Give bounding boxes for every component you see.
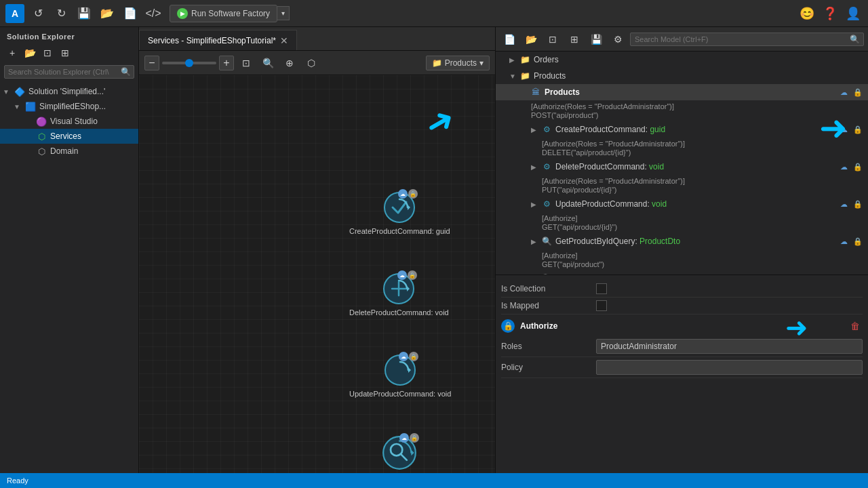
update-cloud-btn[interactable]: ☁ (837, 198, 850, 210)
right-tool-5[interactable]: 💾 (587, 30, 606, 49)
is-collection-checkbox[interactable] (596, 283, 607, 294)
model-item-products-folder[interactable]: ▼ 📁 Products (496, 68, 868, 84)
sidebar-add-button[interactable]: + (4, 45, 20, 61)
policy-row: Policy (501, 357, 863, 378)
sidebar-item-services[interactable]: ⬡ Services (0, 129, 138, 144)
update-lock-badge: 🔒 (409, 352, 418, 361)
is-mapped-checkbox[interactable] (596, 300, 607, 311)
create-lock-btn[interactable]: 🔒 (852, 123, 864, 136)
run-button[interactable]: ▶ Run Software Factory (170, 5, 277, 22)
roles-label: Roles (501, 342, 596, 351)
right-search-input[interactable] (631, 33, 846, 45)
model-item-create[interactable]: ▶ ⚙ CreateProductCommand: guid ☁ 🔒 (496, 121, 868, 138)
cyan-arrow-top: ➜ (418, 98, 462, 146)
getall-sub-get: GET("api/product") (542, 260, 604, 268)
save-button[interactable]: 💾 (75, 4, 94, 23)
products-class-actions: ☁ 🔒 (837, 86, 864, 98)
right-tool-3[interactable]: ⊡ (543, 30, 562, 49)
connect-button[interactable]: ⬡ (302, 54, 321, 73)
sidebar-search-box[interactable]: 🔍 (4, 65, 134, 79)
model-item-delete[interactable]: ▶ ⚙ DeleteProductCommand: void ☁ 🔒 (496, 159, 868, 175)
right-toolbar: 📄 📂 ⊡ ⊞ 💾 ⚙ 🔍 (496, 27, 868, 52)
zoom-in-button[interactable]: + (219, 56, 234, 70)
products-dropdown-arrow: ▾ (479, 58, 484, 68)
services-tab[interactable]: Services - SimplifiedEShopTutorial* ✕ (139, 30, 297, 50)
sidebar-open-button[interactable]: 📂 (22, 45, 38, 61)
sidebar-item-project[interactable]: ▼ 🟦 SimplifiedEShop... (0, 99, 138, 114)
account-button[interactable]: 👤 (844, 4, 863, 23)
update-lock-btn[interactable]: 🔒 (852, 198, 864, 210)
sidebar-search-input[interactable] (5, 66, 118, 78)
products-cloud-btn[interactable]: ☁ (837, 86, 850, 98)
code-view-button[interactable]: </> (144, 4, 163, 23)
zoom-fit-button[interactable]: ⊡ (237, 54, 256, 73)
tab-close-button[interactable]: ✕ (280, 35, 288, 46)
right-search-icon: 🔍 (846, 33, 863, 45)
update-icon: ⚙ (540, 198, 553, 210)
authorize-delete-button[interactable]: 🗑 (848, 319, 863, 333)
node-update[interactable]: ☁ 🔒 UpdateProductCommand: void (349, 353, 451, 398)
create-label-tree: CreateProductCommand: guid (555, 125, 665, 134)
update-label: UpdateProductCommand: void (349, 390, 451, 398)
model-item-update[interactable]: ▶ ⚙ UpdateProductCommand: void ☁ 🔒 (496, 196, 868, 212)
getbyid-sub-authorize: [Authorize] (542, 214, 578, 222)
right-tool-1[interactable]: 📄 (500, 30, 519, 49)
properties-panel: Is Collection Is Mapped ➜ 🔒 Authorize 🗑 … (496, 275, 868, 488)
create-cloud-btn[interactable]: ☁ (837, 123, 850, 136)
zoom-out-button[interactable]: − (144, 56, 159, 70)
delete-sub-delete: DELETE("api/product/{id}") (542, 148, 631, 157)
is-collection-row: Is Collection (501, 281, 863, 298)
delete-lock-btn2[interactable]: 🔒 (852, 161, 864, 173)
getbyid-label-tree: GetProductByIdQuery: ProductDto (555, 237, 680, 246)
model-item-products-class[interactable]: 🏛 Products ☁ 🔒 (496, 84, 868, 100)
getbyid-lock-btn[interactable]: 🔒 (852, 235, 864, 247)
help-button[interactable]: ❓ (821, 4, 840, 23)
delete-label-tree: DeleteProductCommand: void (555, 162, 664, 171)
redo-button[interactable]: ↻ (52, 4, 71, 23)
right-tool-6[interactable]: ⚙ (608, 30, 627, 49)
undo-button[interactable]: ↺ (28, 4, 47, 23)
getbyid-sub-get: GET("api/product/{id}") (542, 223, 617, 231)
policy-input[interactable] (596, 360, 863, 375)
zoom-all-button[interactable]: 🔍 (258, 54, 277, 73)
open-button[interactable]: 📂 (98, 4, 117, 23)
update-arrow: ▶ (531, 201, 540, 208)
model-item-orders[interactable]: ▶ 📁 Orders (496, 52, 868, 68)
roles-input[interactable] (596, 339, 863, 354)
node-create[interactable]: ☁ 🔒 CreateProductCommand: guid (349, 190, 450, 235)
node-delete[interactable]: ☁ 🔒 DeleteProductCommand: void (349, 272, 449, 317)
run-dropdown-button[interactable]: ▾ (277, 6, 290, 20)
sidebar-item-domain[interactable]: ⬡ Domain (0, 144, 138, 159)
tab-label: Services - SimplifiedEShopTutorial* (148, 36, 276, 45)
policy-label: Policy (501, 363, 596, 372)
diagram-canvas[interactable]: ➜ (139, 75, 495, 488)
getbyid-cloud-btn[interactable]: ☁ (837, 235, 850, 247)
sidebar-item-solution[interactable]: ▼ 🔷 Solution 'Simplified...' (0, 84, 138, 99)
project-label: SimplifiedEShop... (39, 102, 106, 111)
sidebar-toolbar: + 📂 ⊡ ⊞ (0, 43, 138, 62)
getbyid-node-icon: ☁ 🔒 (381, 434, 418, 471)
update-cloud-badge: ☁ (399, 352, 408, 361)
right-tool-4[interactable]: ⊞ (565, 30, 584, 49)
delete-cloud-btn2[interactable]: ☁ (837, 161, 850, 173)
sidebar-search-icon-button[interactable]: 🔍 (118, 66, 134, 78)
model-item-getbyid[interactable]: ▶ 🔍 GetProductByIdQuery: ProductDto ☁ 🔒 (496, 233, 868, 249)
emoji-button[interactable]: 😊 (797, 4, 816, 23)
sidebar-item-vs[interactable]: 🟣 Visual Studio (0, 114, 138, 129)
model-item-getall[interactable]: ▶ 🔍 GetProductsQuery: ProductDto[*] ☁ 🔒 (496, 270, 868, 275)
sidebar-fullscreen-button[interactable]: ⊡ (39, 45, 56, 61)
create-badges: ☁ 🔒 (398, 189, 418, 199)
products-lock-btn[interactable]: 🔒 (852, 86, 864, 98)
right-tool-2[interactable]: 📂 (521, 30, 540, 49)
solution-arrow: ▼ (3, 88, 14, 96)
services-label: Services (50, 131, 81, 141)
products-dropdown[interactable]: 📁 Products ▾ (426, 56, 490, 70)
products-folder-arrow: ▼ (509, 73, 519, 80)
project-icon: 🟦 (24, 100, 37, 113)
new-file-button[interactable]: 📄 (121, 4, 140, 23)
zoom-slider[interactable] (162, 62, 216, 64)
products-folder-icon: 📁 (432, 58, 442, 68)
right-search-box[interactable]: 🔍 (630, 33, 864, 46)
sidebar-split-button[interactable]: ⊞ (57, 45, 73, 61)
center-button[interactable]: ⊕ (280, 54, 299, 73)
